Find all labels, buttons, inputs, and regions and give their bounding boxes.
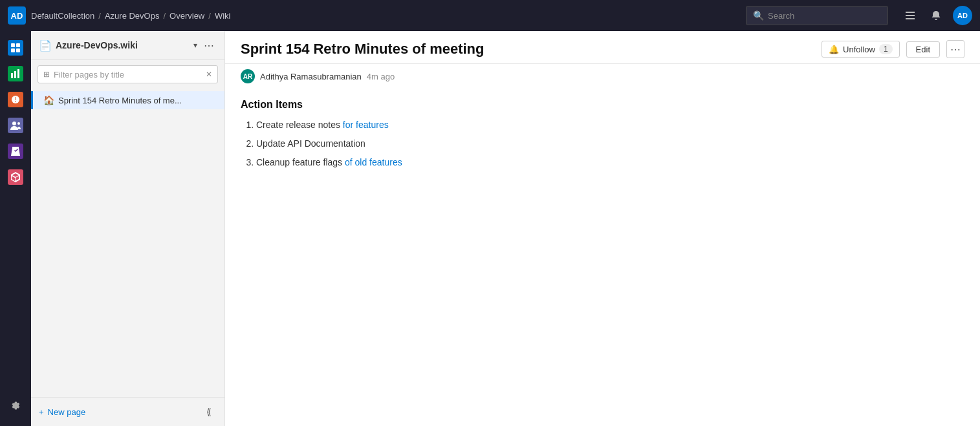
svg-rect-8	[14, 71, 16, 78]
search-icon: 🔍	[753, 10, 764, 21]
new-page-button[interactable]: + New page	[39, 407, 85, 417]
svg-rect-9	[17, 69, 19, 78]
app-logo[interactable]: AD	[8, 6, 26, 25]
rail-icon-reports[interactable]	[4, 62, 27, 85]
page-item-title: Sprint 154 Retro Minutes of me...	[58, 96, 214, 105]
author-name: Adithya Ramasubramanian	[260, 72, 362, 81]
breadcrumb-overview[interactable]: Overview	[169, 11, 204, 21]
search-input[interactable]	[768, 11, 881, 21]
svg-rect-12	[16, 101, 16, 102]
action-link-3[interactable]: of old features	[345, 157, 402, 167]
rail-icon-settings[interactable]	[4, 395, 27, 418]
search-box[interactable]: 🔍	[746, 6, 888, 25]
breadcrumb-sep-2: /	[163, 11, 166, 21]
svg-point-14	[17, 122, 20, 125]
rail-icon-boards[interactable]	[4, 36, 27, 59]
breadcrumb-sep-3: /	[208, 11, 211, 21]
svg-rect-3	[11, 43, 15, 47]
page-title: Sprint 154 Retro Minutes of meeting	[241, 41, 822, 58]
icon-rail	[0, 31, 31, 426]
breadcrumb-sep-1: /	[98, 11, 101, 21]
new-page-label: New page	[48, 407, 86, 417]
content-meta: AR Adithya Ramasubramanian 4m ago	[225, 64, 980, 89]
svg-rect-7	[11, 73, 13, 78]
wiki-title: Azure-DevOps.wiki	[56, 40, 190, 50]
author-avatar: AR	[241, 69, 255, 83]
svg-rect-4	[16, 43, 20, 47]
svg-rect-11	[16, 97, 16, 100]
content-body: Action Items Create release notes for fe…	[225, 89, 980, 426]
user-avatar[interactable]: AD	[953, 6, 972, 25]
content-actions: 🔔 Unfollow 1 Edit ⋯	[822, 40, 964, 58]
svg-point-13	[12, 122, 16, 125]
rail-icon-bugs[interactable]	[4, 88, 27, 111]
sidebar-page-item[interactable]: 🏠 Sprint 154 Retro Minutes of me...	[31, 91, 224, 109]
edit-time: 4m ago	[367, 72, 395, 81]
list-view-icon[interactable]	[901, 6, 919, 25]
svg-rect-0	[906, 12, 915, 13]
wiki-icon: 📄	[39, 39, 52, 52]
unfollow-button[interactable]: 🔔 Unfollow 1	[822, 41, 900, 58]
content-area: Sprint 154 Retro Minutes of meeting 🔔 Un…	[225, 31, 980, 426]
breadcrumb: DefaultCollection / Azure DevOps / Overv…	[31, 11, 230, 21]
plus-icon: +	[39, 407, 44, 417]
clear-filter-icon[interactable]: ✕	[206, 70, 212, 79]
topbar: AD DefaultCollection / Azure DevOps / Ov…	[0, 0, 980, 31]
list-item: Update API Documentation	[256, 137, 964, 151]
rail-icon-teams[interactable]	[4, 114, 27, 137]
more-options-button[interactable]: ⋯	[946, 40, 964, 58]
svg-rect-2	[906, 18, 915, 19]
action-items-list: Create release notes for features Update…	[241, 118, 964, 169]
content-header: Sprint 154 Retro Minutes of meeting 🔔 Un…	[225, 31, 980, 64]
edit-button[interactable]: Edit	[906, 41, 940, 58]
home-icon: 🏠	[43, 95, 54, 105]
sidebar-pages: 🏠 Sprint 154 Retro Minutes of me...	[31, 89, 224, 397]
bell-icon: 🔔	[829, 45, 839, 54]
breadcrumb-wiki[interactable]: Wiki	[215, 11, 231, 21]
filter-icon: ⊞	[43, 70, 50, 79]
svg-rect-6	[16, 48, 20, 52]
notifications-icon[interactable]	[927, 6, 945, 25]
list-item: Cleanup feature flags of old features	[256, 156, 964, 169]
sidebar: 📄 Azure-DevOps.wiki ▾ ⋯ ⊞ ✕ 🏠 Sprint 154…	[31, 31, 225, 426]
svg-rect-5	[11, 48, 15, 52]
list-item: Create release notes for features	[256, 118, 964, 132]
unfollow-label: Unfollow	[843, 45, 875, 54]
breadcrumb-default-collection[interactable]: DefaultCollection	[31, 11, 94, 21]
collapse-sidebar-button[interactable]: ⟪	[201, 404, 217, 420]
main-layout: 📄 Azure-DevOps.wiki ▾ ⋯ ⊞ ✕ 🏠 Sprint 154…	[0, 31, 980, 426]
breadcrumb-azure-devops[interactable]: Azure DevOps	[105, 11, 160, 21]
filter-input[interactable]	[54, 70, 202, 80]
rail-icon-packages[interactable]	[4, 165, 27, 189]
sidebar-footer: + New page ⟪	[31, 397, 224, 426]
action-link-1[interactable]: for features	[343, 120, 389, 130]
follower-count: 1	[879, 44, 893, 54]
svg-rect-1	[906, 15, 915, 16]
chevron-down-icon[interactable]: ▾	[193, 41, 197, 50]
sidebar-header: 📄 Azure-DevOps.wiki ▾ ⋯	[31, 31, 224, 60]
rail-icon-test[interactable]	[4, 140, 27, 163]
sidebar-menu-button[interactable]: ⋯	[201, 37, 217, 53]
filter-box[interactable]: ⊞ ✕	[38, 65, 218, 83]
section-heading: Action Items	[241, 99, 964, 111]
